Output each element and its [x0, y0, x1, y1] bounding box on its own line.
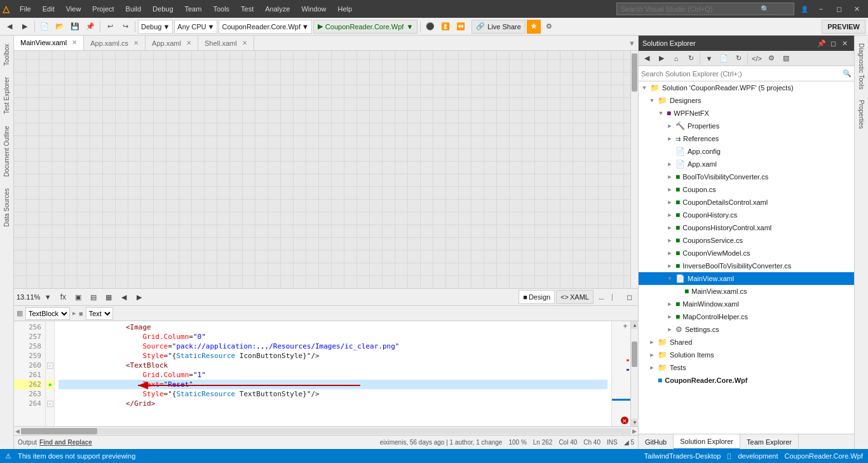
- canvas-vscroll-thumb[interactable]: [632, 53, 637, 92]
- expand-mapcontrol[interactable]: ►: [665, 312, 674, 321]
- tree-mainviewcs[interactable]: ► ■ MainView.xaml.cs: [639, 285, 854, 298]
- tree-appconfig[interactable]: ► 📄 App.config: [639, 145, 854, 158]
- property-select[interactable]: Text: [86, 307, 113, 320]
- se-tab-team-explorer[interactable]: Team Explorer: [740, 434, 799, 450]
- tab-close-appcs[interactable]: ✕: [133, 39, 139, 46]
- menu-file[interactable]: File: [15, 4, 36, 14]
- tab-mainview-xaml[interactable]: MainView.xaml ✕: [14, 36, 84, 51]
- settings-button[interactable]: ⚙: [542, 20, 556, 34]
- expand-solution[interactable]: ▼: [640, 83, 649, 92]
- menu-window[interactable]: Window: [296, 4, 331, 14]
- expand-couponsvc[interactable]: ►: [665, 236, 674, 245]
- expand-booltovisi[interactable]: ►: [665, 172, 674, 181]
- tree-mapcontrol[interactable]: ► ■ MapControlHelper.cs: [639, 310, 854, 323]
- split-h-button[interactable]: ⎸: [609, 291, 621, 303]
- columns-button[interactable]: ▦: [102, 291, 115, 303]
- tab-close-shell[interactable]: ✕: [242, 39, 247, 46]
- se-view-button[interactable]: ▧: [779, 52, 793, 66]
- close-button[interactable]: ✕: [848, 0, 865, 18]
- tree-booltovisi[interactable]: ► ■ BoolToVisibilityConverter.cs: [639, 170, 854, 183]
- expand-wpfnetfx[interactable]: ▼: [656, 109, 665, 118]
- sidebar-tab-data-sources[interactable]: Data Sources: [1, 183, 13, 233]
- expand-shared[interactable]: ►: [648, 338, 656, 347]
- tree-invbool[interactable]: ► ■ InverseBoolToVisibilityConverter.cs: [639, 259, 854, 272]
- vscroll-down[interactable]: ▼: [631, 418, 639, 426]
- vscroll-up[interactable]: ▲: [631, 321, 639, 329]
- hscroll-right[interactable]: ▶: [632, 428, 637, 434]
- expand-invbool[interactable]: ►: [665, 261, 674, 270]
- se-showfiles-button[interactable]: 📄: [717, 52, 731, 66]
- se-tab-solution-explorer[interactable]: Solution Explorer: [674, 434, 740, 450]
- project-dropdown[interactable]: CouponReader.Core.Wpf ▼: [219, 20, 311, 34]
- split-v-button[interactable]: ⎵: [595, 291, 607, 303]
- tab-app-xaml-cs[interactable]: App.xaml.cs ✕: [84, 36, 146, 51]
- tree-wpfnetfx[interactable]: ▼ ■ WPFNetFX: [639, 107, 854, 120]
- hscroll-left[interactable]: ◀: [15, 428, 20, 434]
- menu-project[interactable]: Project: [87, 4, 119, 14]
- se-forward-button[interactable]: ▶: [654, 52, 668, 66]
- forward-button[interactable]: ▶: [18, 20, 32, 34]
- sidebar-tab-toolbox[interactable]: Toolbox: [1, 38, 13, 71]
- expand-settings[interactable]: ►: [665, 325, 674, 334]
- zoom-dropdown[interactable]: ▼: [41, 291, 54, 303]
- expand-references[interactable]: ►: [665, 134, 674, 143]
- tree-properties[interactable]: ► 🔨 Properties: [639, 120, 854, 132]
- menu-debug[interactable]: Debug: [147, 4, 178, 14]
- left-button[interactable]: ◀: [118, 291, 130, 303]
- se-refresh-button[interactable]: ↻: [684, 52, 698, 66]
- se-pin-button[interactable]: 📌: [816, 38, 827, 49]
- cm-264[interactable]: -: [46, 399, 54, 408]
- more-tabs-button[interactable]: ▼: [626, 39, 638, 47]
- tree-designers[interactable]: ▼ 📁 Designers: [639, 94, 854, 107]
- tree-couponvm[interactable]: ► ■ CouponViewModel.cs: [639, 247, 854, 259]
- expand-appxaml[interactable]: ►: [665, 160, 674, 169]
- tree-tests[interactable]: ► 📁 Tests: [639, 361, 854, 374]
- se-search[interactable]: 🔍: [639, 66, 854, 81]
- tree-solutionitems[interactable]: ► 📁 Solution Items: [639, 349, 854, 361]
- minimize-button[interactable]: −: [812, 0, 830, 18]
- expand-mainwindow[interactable]: ►: [665, 300, 674, 308]
- se-filter-button[interactable]: ▼: [702, 52, 716, 66]
- se-close-button[interactable]: ✕: [839, 38, 850, 49]
- tree-appxaml[interactable]: ► 📄 App.xaml: [639, 158, 854, 170]
- se-home-button[interactable]: ⌂: [669, 52, 683, 66]
- expand-designers[interactable]: ▼: [648, 96, 656, 105]
- tree-references[interactable]: ► ⇉ References: [639, 132, 854, 145]
- tree-coupondetails[interactable]: ► ■ CouponDetailsControl.xaml: [639, 196, 854, 209]
- step-into-button[interactable]: ⏪: [454, 20, 468, 34]
- search-input[interactable]: [621, 5, 761, 13]
- tree-mainwindow[interactable]: ► ■ MainWindow.xaml: [639, 298, 854, 310]
- sidebar-tab-diagnostic[interactable]: Diagnostic Tools: [856, 38, 867, 95]
- expand-properties[interactable]: ►: [665, 121, 674, 130]
- tree-couponshist[interactable]: ► ■ CouponsHistoryControl.xaml: [639, 221, 854, 234]
- step-over-button[interactable]: ⏫: [438, 20, 452, 34]
- se-back-button[interactable]: ◀: [640, 52, 654, 66]
- save-all-button[interactable]: 📌: [83, 20, 97, 34]
- expand-couponvm[interactable]: ►: [665, 249, 674, 258]
- tree-shared[interactable]: ► 📁 Shared: [639, 336, 854, 349]
- menu-analyze[interactable]: Analyze: [260, 4, 295, 14]
- code-content[interactable]: <Image Grid.Column =" 0 " Source: [55, 321, 611, 426]
- vscroll-thumb[interactable]: [632, 342, 637, 367]
- xaml-tab[interactable]: <> XAML: [556, 290, 593, 304]
- right-button[interactable]: ▶: [133, 291, 146, 303]
- tree-settings[interactable]: ► ⚙ Settings.cs: [639, 323, 854, 336]
- se-code-button[interactable]: </>: [750, 52, 764, 66]
- menu-team[interactable]: Team: [180, 4, 207, 14]
- preview-button[interactable]: PREVIEW: [822, 20, 865, 34]
- filter-button[interactable]: ★: [527, 20, 541, 34]
- open-button[interactable]: 📂: [53, 20, 67, 34]
- back-button[interactable]: ◀: [3, 20, 17, 34]
- se-props-button[interactable]: ⚙: [764, 52, 778, 66]
- menu-edit[interactable]: Edit: [37, 4, 60, 14]
- restore-button[interactable]: ◻: [830, 0, 848, 18]
- se-tab-github[interactable]: GitHub: [639, 434, 674, 450]
- se-float-button[interactable]: ◻: [827, 38, 839, 49]
- expand-solutionitems[interactable]: ►: [648, 350, 656, 359]
- search-box[interactable]: 🔍: [616, 3, 794, 15]
- cm-260[interactable]: -: [46, 361, 54, 370]
- tab-shell-xaml[interactable]: Shell.xaml ✕: [198, 36, 254, 51]
- menu-view[interactable]: View: [61, 4, 86, 14]
- tab-close-app[interactable]: ✕: [186, 39, 191, 46]
- live-share-button[interactable]: 🔗 Live Share: [471, 20, 526, 34]
